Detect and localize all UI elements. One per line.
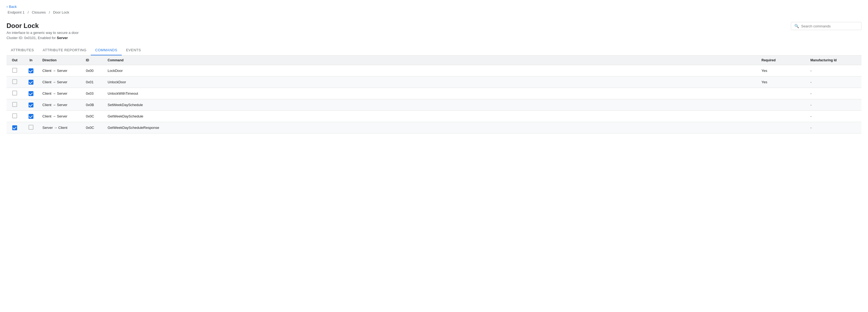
breadcrumb-sep2: /: [49, 10, 50, 14]
checkbox-empty-icon: [12, 68, 17, 73]
checkbox-empty-icon: [12, 79, 17, 84]
command-cell: UnlockDoor: [104, 76, 758, 88]
id-cell: 0x0C: [83, 122, 104, 134]
col-header-direction: Direction: [39, 56, 83, 65]
col-header-in: In: [23, 56, 39, 65]
checkbox-cell[interactable]: [6, 122, 23, 134]
col-header-out: Out: [6, 56, 23, 65]
breadcrumb-part3: Door Lock: [53, 10, 69, 14]
breadcrumb-part2: Closures: [32, 10, 45, 14]
checkbox-cell[interactable]: [6, 76, 23, 88]
required-cell: [758, 122, 807, 134]
breadcrumb-sep1: /: [28, 10, 29, 14]
command-cell: LockDoor: [104, 65, 758, 76]
command-cell: GetWeekDayScheduleResponse: [104, 122, 758, 134]
back-label: Back: [9, 5, 17, 9]
checkbox-cell[interactable]: [6, 111, 23, 122]
required-cell: Yes: [758, 65, 807, 76]
checkbox-cell[interactable]: [23, 111, 39, 122]
checkbox-checked-icon[interactable]: [29, 80, 33, 84]
tab-events[interactable]: EVENTS: [122, 45, 145, 55]
checkbox-empty-icon: [12, 113, 17, 118]
checkbox-empty-icon: [12, 102, 17, 107]
direction-cell: Client → Server: [39, 111, 83, 122]
checkbox-cell[interactable]: [6, 99, 23, 111]
checkbox-cell[interactable]: [6, 88, 23, 99]
checkbox-cell[interactable]: [23, 99, 39, 111]
back-link[interactable]: ‹ Back: [6, 4, 17, 9]
id-cell: 0x01: [83, 76, 104, 88]
search-input[interactable]: [801, 24, 858, 28]
checkbox-empty-icon: [29, 125, 33, 130]
id-cell: 0x03: [83, 88, 104, 99]
manufacturing-id-cell: -: [807, 99, 862, 111]
required-cell: Yes: [758, 76, 807, 88]
tab-attributes[interactable]: ATTRIBUTES: [6, 45, 38, 55]
table-row: Client → Server0x01UnlockDoorYes-: [6, 76, 862, 88]
direction-cell: Client → Server: [39, 99, 83, 111]
tab-commands[interactable]: COMMANDS: [91, 45, 122, 55]
table-row: Client → Server0x00LockDoorYes-: [6, 65, 862, 76]
search-icon: 🔍: [794, 24, 799, 28]
direction-cell: Server → Client: [39, 122, 83, 134]
direction-cell: Client → Server: [39, 88, 83, 99]
table-row: Client → Server0x0BSetWeekDaySchedule-: [6, 99, 862, 111]
direction-cell: Client → Server: [39, 76, 83, 88]
manufacturing-id-cell: -: [807, 122, 862, 134]
search-box[interactable]: 🔍: [791, 22, 862, 30]
checkbox-empty-icon: [12, 91, 17, 96]
checkbox-checked-icon[interactable]: [29, 91, 33, 96]
table-row: Server → Client0x0CGetWeekDayScheduleRes…: [6, 122, 862, 134]
table-header-row: Out In Direction ID Command Required Man…: [6, 56, 862, 65]
cluster-info: Cluster ID: 0x0101, Enabled for Server: [6, 36, 79, 40]
command-cell: UnlockWithTimeout: [104, 88, 758, 99]
col-header-manufacturing: Manufacturing Id: [807, 56, 862, 65]
manufacturing-id-cell: -: [807, 88, 862, 99]
checkbox-checked-icon[interactable]: [29, 68, 33, 73]
required-cell: [758, 111, 807, 122]
manufacturing-id-cell: -: [807, 76, 862, 88]
checkbox-checked-icon[interactable]: [29, 114, 33, 119]
checkbox-cell[interactable]: [23, 88, 39, 99]
checkbox-cell[interactable]: [23, 76, 39, 88]
checkbox-cell[interactable]: [6, 65, 23, 76]
breadcrumb-part1: Endpoint 1: [8, 10, 25, 14]
col-header-id: ID: [83, 56, 104, 65]
required-cell: [758, 99, 807, 111]
page-title: Door Lock: [6, 22, 79, 30]
manufacturing-id-cell: -: [807, 111, 862, 122]
tab-attribute-reporting[interactable]: ATTRIBUTE REPORTING: [38, 45, 91, 55]
back-arrow-icon: ‹: [6, 4, 8, 9]
manufacturing-id-cell: -: [807, 65, 862, 76]
commands-table-wrapper: Out In Direction ID Command Required Man…: [6, 56, 862, 134]
commands-table: Out In Direction ID Command Required Man…: [6, 56, 862, 134]
id-cell: 0x0B: [83, 99, 104, 111]
breadcrumb: Endpoint 1 / Closures / Door Lock: [6, 10, 70, 14]
tabs: ATTRIBUTES ATTRIBUTE REPORTING COMMANDS …: [6, 45, 862, 56]
col-header-command: Command: [104, 56, 758, 65]
checkbox-cell[interactable]: [23, 122, 39, 134]
checkbox-cell[interactable]: [23, 65, 39, 76]
direction-cell: Client → Server: [39, 65, 83, 76]
id-cell: 0x0C: [83, 111, 104, 122]
checkbox-checked-icon[interactable]: [12, 125, 17, 130]
required-cell: [758, 88, 807, 99]
table-row: Client → Server0x03UnlockWithTimeout-: [6, 88, 862, 99]
command-cell: GetWeekDaySchedule: [104, 111, 758, 122]
table-row: Client → Server0x0CGetWeekDaySchedule-: [6, 111, 862, 122]
command-cell: SetWeekDaySchedule: [104, 99, 758, 111]
col-header-required: Required: [758, 56, 807, 65]
page-description: An interface to a generic way to secure …: [6, 31, 79, 35]
id-cell: 0x00: [83, 65, 104, 76]
checkbox-checked-icon[interactable]: [29, 103, 33, 107]
